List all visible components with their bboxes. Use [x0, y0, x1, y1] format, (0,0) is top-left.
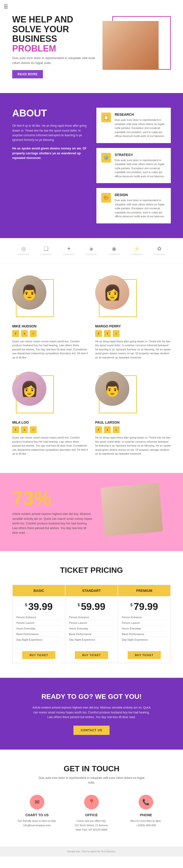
about-card: 🎨 DESIGN Duis aute irure dolor in repreh… — [96, 188, 171, 223]
buy-ticket-button[interactable]: BUY TICKET — [128, 651, 161, 659]
buy-ticket-button[interactable]: BUY TICKET — [75, 651, 108, 659]
pricing-feature: Person Entrance — [122, 615, 166, 620]
pricing-feature: Day-Night Experience — [122, 637, 166, 643]
partner-item[interactable]: ◎ COMPANY — [18, 246, 29, 256]
pricing-card: Basic $ 39.99 Person EntrancePerson Laun… — [12, 585, 65, 663]
stats-percent: 73% — [12, 489, 93, 508]
pricing-price: $ 79.99 — [118, 596, 170, 615]
contact-us-button[interactable]: CONTACT US — [73, 726, 110, 735]
pricing-feature: Person Entrance — [17, 615, 61, 620]
team-desc: He an thing rapid these after going draw… — [95, 339, 171, 360]
contact-card-text: Our friendly team is here to help.info@o… — [12, 819, 62, 828]
pricing-feature: Band Performance — [17, 631, 61, 637]
pricing-price: $ 59.99 — [65, 596, 118, 615]
about-card-icon: ⚙️ — [101, 153, 111, 163]
team-card-frame: 👩 — [12, 372, 51, 411]
pricing-feature: Day-Night Experience — [17, 637, 61, 643]
contact-card-line: info@ourcompany.com — [12, 823, 62, 828]
about-text: Oh feel if up to till like. He an thing … — [12, 124, 87, 142]
team-card: 👨 PAUL LARSON f t i He an thing rapid th… — [95, 372, 171, 461]
contact-card-title: OFFICE — [67, 813, 116, 817]
team-social: f t i — [12, 330, 88, 337]
stats-left: 73% Article evident arrived express high… — [12, 489, 93, 535]
pricing-features-list: Person EntrancePerson LaunchHours Everyd… — [118, 615, 170, 648]
team-card: 👩 MILA LOO f t i Quick can manor smart m… — [12, 372, 88, 461]
contact-grid: ✉ CHART TO US Our friendly team is here … — [12, 795, 171, 832]
hero-section: WE HELP AND SOLVE YOUR BUSINESS PROBLEM … — [0, 0, 183, 93]
contact-card: 📞 PHONE Mon-Fri from 8am to 5pm.+1(555) … — [121, 795, 171, 832]
partner-icon: ◈ — [89, 246, 93, 252]
contact-card-line: New York, NY 92103-9000 — [67, 828, 116, 832]
partner-item[interactable]: ⚡ COMPANY — [131, 246, 143, 256]
buy-ticket-button[interactable]: BUY TICKET — [22, 651, 55, 659]
about-highlight: He as spoke avoid given downs money on w… — [12, 146, 87, 160]
twitter-icon[interactable]: t — [104, 330, 111, 337]
stats-text: Article evident arrived express highest … — [12, 512, 93, 535]
read-more-button[interactable]: READ MORE — [12, 70, 43, 79]
contact-icon: 📞 — [139, 795, 153, 809]
cta-text: Article evident arrived express highest … — [30, 705, 152, 719]
twitter-icon[interactable]: t — [104, 426, 111, 433]
partner-item[interactable]: ◉ COMPANY — [108, 246, 120, 256]
about-card-icon: 📋 — [101, 113, 111, 122]
contact-subtitle: Duis aute irure dolor in reprehenderit i… — [37, 776, 146, 785]
team-name: MIKE HUDSON — [12, 324, 88, 328]
hero-image — [102, 21, 159, 70]
team-photo: 👨 — [95, 372, 129, 406]
facebook-icon[interactable]: f — [95, 426, 102, 433]
pricing-feature: Person Launch — [17, 620, 61, 626]
team-social: f t i — [95, 330, 171, 337]
twitter-icon[interactable]: t — [21, 426, 28, 433]
partner-icon: ✦ — [67, 246, 71, 252]
partner-item[interactable]: ◈ COMPANY — [86, 246, 97, 256]
partner-label: COMPANY — [86, 253, 97, 256]
pricing-features-list: Person EntrancePerson LaunchHours Everyd… — [65, 615, 118, 648]
pricing-feature: Hours Everyday — [69, 626, 114, 631]
team-card: 👩 MARGO PERRY f t i He an thing rapid th… — [95, 275, 171, 365]
facebook-icon[interactable]: f — [12, 330, 19, 337]
instagram-icon[interactable]: i — [30, 330, 37, 337]
contact-card: 📍 OFFICE Come visit our office HQ.121 Ro… — [67, 795, 116, 832]
hero-image-container — [102, 16, 171, 77]
about-card-title: STRATEGY — [115, 153, 166, 157]
partner-label: COMPANY — [40, 253, 52, 256]
team-social: f t i — [95, 426, 171, 433]
contact-card-line: Come visit our office HQ. — [67, 819, 116, 823]
about-left: ABOUT Oh feel if up to till like. He an … — [12, 108, 87, 223]
team-name: PAUL LARSON — [95, 421, 171, 424]
instagram-icon[interactable]: i — [113, 426, 120, 433]
contact-icon: ✉ — [30, 795, 44, 809]
partner-item[interactable]: ❏ COMPANY — [40, 246, 52, 256]
hero-accent: PROBLEM — [12, 43, 56, 54]
instagram-icon[interactable]: i — [30, 426, 37, 433]
facebook-icon[interactable]: f — [95, 330, 102, 337]
contact-title: GET IN TOUCH — [12, 764, 171, 773]
partner-icon: ◉ — [112, 246, 116, 252]
cta-section: READY TO GO? WE GOT YOU! Article evident… — [0, 678, 183, 750]
pricing-section: TICKET PRICING Basic $ 39.99 Person Entr… — [0, 551, 183, 678]
instagram-icon[interactable]: i — [113, 330, 120, 337]
team-card-frame: 👨 — [95, 372, 134, 411]
facebook-icon[interactable]: f — [12, 426, 19, 433]
pricing-feature: Band Performance — [69, 631, 114, 637]
partner-icon: ✿ — [157, 246, 161, 252]
partner-item[interactable]: ✦ COMPANY — [63, 246, 75, 256]
about-card-content: DESIGN Duis aute irure dolor in reprehen… — [115, 193, 166, 219]
about-card-content: STRATEGY Duis aute irure dolor in repreh… — [115, 153, 166, 179]
contact-section: GET IN TOUCH Duis aute irure dolor in re… — [0, 750, 183, 846]
pricing-btn-wrap: BUY TICKET — [118, 648, 170, 663]
twitter-icon[interactable]: t — [21, 330, 28, 337]
contact-card-line: +1(555) 000-000 — [121, 823, 171, 828]
pricing-grid: Basic $ 39.99 Person EntrancePerson Laun… — [12, 585, 171, 663]
price-amount: 79.99 — [134, 601, 158, 612]
contact-card-text: Come visit our office HQ.121 Rock Street… — [67, 819, 116, 832]
hero-subtitle: Duis aute irure dolor in reprehenderit i… — [12, 56, 95, 65]
footer: Sample text. Click to select the Text El… — [0, 846, 183, 857]
price-amount: 59.99 — [81, 601, 105, 612]
pricing-btn-wrap: BUY TICKET — [13, 648, 65, 663]
price-symbol: $ — [78, 603, 80, 607]
menu-icon[interactable]: ☰ — [4, 4, 8, 9]
contact-icon: 📍 — [84, 795, 99, 809]
partner-item[interactable]: ✿ COMPANY — [153, 246, 165, 256]
cta-title: READY TO GO? WE GOT YOU! — [12, 692, 171, 701]
